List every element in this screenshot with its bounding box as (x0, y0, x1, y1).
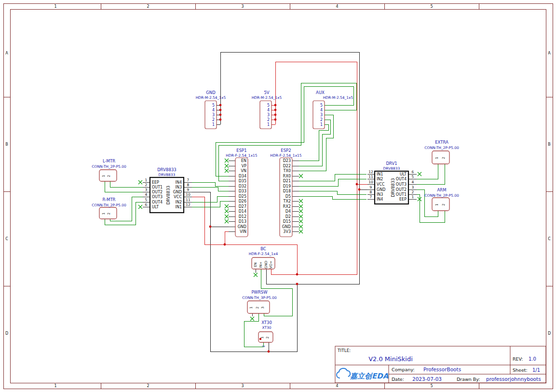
junction-dot (274, 104, 277, 107)
pin-name: D26 (239, 199, 246, 203)
pin-name: EEP (399, 197, 407, 202)
component-value: HDR-F-2.54_1x15 (270, 153, 301, 158)
pin-number: 2 (212, 118, 215, 122)
symbol-body[interactable] (205, 101, 217, 129)
component-value: XT30 (262, 325, 271, 330)
date-label: Date: (392, 377, 404, 382)
grid-row-label: C (5, 237, 8, 241)
component-pwrsw[interactable]: 123 (247, 301, 270, 313)
grid-column-label: 5 (430, 384, 433, 388)
component-arm[interactable]: 12 (432, 198, 449, 211)
pin-name: OUT3 (396, 182, 407, 187)
grid-column-label: 2 (147, 4, 149, 9)
component-ref: BC (260, 246, 266, 251)
rev-label: REV: (513, 356, 523, 362)
component-value: CONN-TH_2P-P5.00 (424, 193, 459, 198)
wire-signal[interactable] (191, 187, 229, 191)
wire-signal[interactable] (417, 164, 438, 179)
pin-number: 4 (412, 180, 414, 184)
pin-number: 5 (267, 103, 270, 108)
component-ref: 5V (264, 90, 269, 95)
wire-signal[interactable] (105, 181, 143, 192)
symbol-body[interactable] (313, 101, 325, 129)
no-connect-x (299, 199, 303, 203)
component-esp2[interactable]: D23D22TX0RX0D21D19D18D5TX2RX2D4D2D15GND3… (280, 158, 292, 237)
pin-number: 4 (145, 192, 148, 197)
pin-number: 3 (267, 113, 270, 117)
no-connect-x (299, 219, 303, 223)
pin-number: 7 (370, 195, 372, 199)
no-connect-x (299, 230, 303, 233)
component-ref: R-MTR (102, 197, 115, 202)
grid-row-label: D (548, 331, 551, 336)
schematic-sheet[interactable]: 1122334455AABBCCDD54321GNDHDR-M-2.54_1x5… (0, 0, 556, 392)
no-connect-x (418, 172, 421, 176)
component-v5[interactable]: 54321 (260, 101, 271, 129)
no-connect-x (254, 273, 258, 277)
pin-number: 9 (187, 188, 190, 192)
component-extra[interactable]: 12 (432, 151, 449, 164)
symbol-body[interactable] (260, 101, 271, 129)
no-connect-x (299, 225, 303, 229)
pin-name: GND (282, 225, 291, 229)
junction-dot (219, 114, 222, 116)
component-ref: XT30 (261, 320, 272, 325)
pin-name: 3V3 (283, 230, 291, 234)
component-drv8833[interactable]: EEPIN417OUT1IN328OUT2GND39OUT3VCC410OUT4… (145, 177, 190, 213)
pin-name: GND (377, 188, 385, 192)
sheet-frame: 1122334455AABBCCDD (3, 3, 553, 389)
pin-number: 11 (186, 198, 190, 202)
component-value: HDR-F-2.54_1x15 (226, 153, 257, 158)
wire-power[interactable] (225, 231, 229, 244)
pin-number: 2 (266, 337, 270, 338)
pin-name: D21 (283, 179, 291, 183)
pin-number: 1 (435, 203, 439, 205)
component-ref: EXTRA (435, 140, 448, 145)
pin-name: OUT2 (152, 190, 163, 194)
pin-number: 3 (261, 307, 265, 309)
pin-name: D5 (285, 194, 291, 199)
pin-name: IN3 (377, 192, 383, 197)
pin-name: ULT (152, 205, 159, 209)
component-value: CONN-TH_2P-P5.00 (424, 146, 459, 150)
pin-number: 3 (320, 113, 323, 117)
pin-name: VIN (240, 230, 246, 234)
junction-dot (219, 109, 222, 111)
pin-name: OUT4 (152, 200, 163, 204)
frame-outer (3, 3, 553, 389)
pin-name: IN4 (377, 197, 383, 202)
component-esp1[interactable]: ENVPVND34D35D32D33D25D26D27D14D12D13GNDV… (235, 158, 248, 237)
wire-signal[interactable] (299, 174, 366, 181)
pin-number: 1 (212, 122, 215, 127)
polarity-dot (259, 338, 261, 340)
component-gnd[interactable]: 54321 (205, 101, 217, 129)
component-drv1[interactable]: IN1ULT126IN2OUT4115VCCOUT3104GNDOUT293IN… (368, 170, 414, 204)
pin-number: 2 (262, 345, 266, 347)
junction-dot (358, 189, 361, 191)
component-ref: DRV1 (386, 161, 397, 166)
pin-name: VCC (174, 195, 182, 199)
grid-column-label: 3 (241, 4, 244, 9)
pin-number: 2 (442, 203, 446, 205)
wire-signal[interactable] (299, 196, 366, 199)
component-rmtr[interactable]: 12 (99, 207, 117, 219)
component-lmtr[interactable]: 12 (99, 170, 117, 181)
component-bc[interactable]: ENIN+GNDVO+ (252, 257, 275, 269)
pin-number: 1 (267, 122, 270, 127)
pin-name: GND (264, 261, 268, 269)
pin-number: 2 (412, 190, 414, 194)
schematic-title: V2.0 MiniSkidi (368, 355, 413, 363)
pin-number: 8 (370, 190, 372, 194)
pin-name: TX2 (283, 199, 291, 203)
junction-dot (274, 114, 277, 116)
component-value: CONN-TH_3P-P5.00 (242, 296, 277, 300)
component-xt30[interactable]: 12 (258, 332, 273, 342)
wire-signal[interactable] (417, 164, 445, 184)
wire-signal[interactable] (191, 182, 229, 186)
pin-name: RX0 (283, 174, 291, 178)
component-ref: ESP1 (236, 148, 246, 153)
pin-number: 9 (370, 185, 372, 189)
wire-signal[interactable] (299, 191, 366, 194)
wire-signal[interactable] (110, 181, 143, 187)
component-aux[interactable]: 54321 (313, 101, 325, 129)
